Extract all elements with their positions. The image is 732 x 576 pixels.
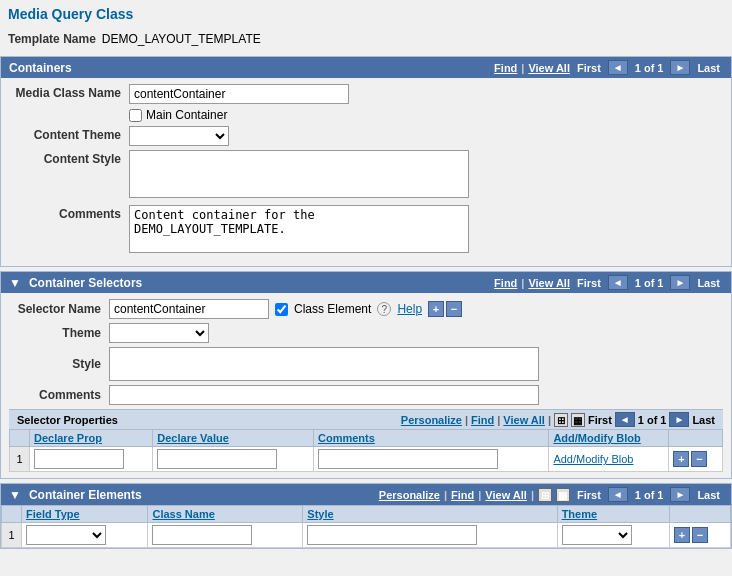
selector-theme-select[interactable] [109,323,209,343]
row-1-add-modify-link[interactable]: Add/Modify Blob [553,453,633,465]
selectors-sep1: | [521,277,524,289]
elem-row-1-style-input[interactable] [307,525,477,545]
sel-props-viewall-link[interactable]: View All [503,414,545,426]
selectors-prev-btn[interactable]: ◄ [608,275,628,290]
class-element-checkbox[interactable] [275,303,288,316]
row-1-declare-prop-input[interactable] [34,449,124,469]
content-theme-label: Content Theme [9,126,129,142]
elem-row-1-theme-select[interactable] [562,525,632,545]
sel-props-personalize-link[interactable]: Personalize [401,414,462,426]
elem-row-1-num: 1 [2,523,22,548]
elem-row-1-field-type [22,523,148,548]
row-1-declare-value-input[interactable] [157,449,277,469]
elem-row-1-field-type-select[interactable] [26,525,106,545]
help-link[interactable]: Help [397,302,422,316]
content-theme-select[interactable] [129,126,229,146]
elements-row-1: 1 [2,523,731,548]
sel-props-icon1[interactable]: ⊞ [554,413,568,427]
col-comments-header[interactable]: Comments [313,430,548,447]
elem-col-field-type[interactable]: Field Type [22,506,148,523]
elem-col-theme[interactable]: Theme [557,506,669,523]
selector-style-textarea[interactable] [109,347,539,381]
containers-prev-btn[interactable]: ◄ [608,60,628,75]
container-selectors-section: ▼ Container Selectors Find | View All Fi… [0,271,732,479]
container-selectors-header-right: Find | View All First ◄ 1 of 1 ► Last [494,275,723,290]
containers-find-link[interactable]: Find [494,62,517,74]
container-selectors-header-left: ▼ Container Selectors [9,276,142,290]
elements-prev-btn[interactable]: ◄ [608,487,628,502]
selector-properties-table: Declare Prop Declare Value Comments Add/… [9,429,723,472]
container-elements-nav: Personalize | Find | View All | ⊞ ▦ Firs… [379,487,723,502]
sel-props-prev-btn[interactable]: ◄ [615,412,635,427]
container-elements-body: Field Type Class Name Style Theme 1 [1,505,731,548]
selector-name-and-class: Class Element ? Help + − [109,299,462,319]
media-class-name-label: Media Class Name [9,84,129,100]
containers-next-btn[interactable]: ► [670,60,690,75]
row-1-comments-input[interactable] [318,449,498,469]
elements-find-link[interactable]: Find [451,489,474,501]
media-class-name-row: Media Class Name [9,84,723,104]
selectors-find-link[interactable]: Find [494,277,517,289]
elements-triangle-icon: ▼ [9,488,21,502]
selector-comments-label: Comments [9,388,109,402]
elem-row-1-class-name [148,523,303,548]
elem-col-num [2,506,22,523]
elem-col-class-name[interactable]: Class Name [148,506,303,523]
container-elements-section: ▼ Container Elements Personalize | Find … [0,483,732,549]
class-element-label: Class Element [294,302,371,316]
selectors-viewall-link[interactable]: View All [528,277,570,289]
selector-comments-input[interactable] [109,385,539,405]
selector-name-input[interactable] [109,299,269,319]
page-title: Media Query Class [0,0,732,28]
sel-props-pagination: 1 of 1 [638,414,667,426]
containers-first-label: First [577,62,601,74]
elem-col-style[interactable]: Style [303,506,557,523]
help-icon: ? [377,302,391,316]
row-1-declare-prop [30,447,153,472]
elem-row-1-add-btn[interactable]: + [674,527,690,543]
elements-icon1[interactable]: ⊞ [538,488,552,502]
selector-add-btn[interactable]: + [428,301,444,317]
containers-pagination: 1 of 1 [635,62,664,74]
selector-comments-row: Comments [9,385,723,405]
row-1-add-btn[interactable]: + [673,451,689,467]
row-1-add-modify-blob: Add/Modify Blob [549,447,669,472]
elem-col-actions [669,506,730,523]
containers-viewall-link[interactable]: View All [528,62,570,74]
selector-theme-label: Theme [9,326,109,340]
container-selectors-body: Selector Name Class Element ? Help + − T… [1,293,731,478]
elements-last: Last [697,489,720,501]
content-style-textarea[interactable] [129,150,469,198]
triangle-icon: ▼ [9,276,21,290]
elem-row-1-remove-btn[interactable]: − [692,527,708,543]
elements-viewall-link[interactable]: View All [485,489,527,501]
elements-personalize-link[interactable]: Personalize [379,489,440,501]
elements-pagination: 1 of 1 [635,489,664,501]
elements-first: First [577,489,601,501]
row-1-remove-btn[interactable]: − [691,451,707,467]
container-selectors-title: Container Selectors [29,276,142,290]
col-declare-value-header[interactable]: Declare Value [153,430,314,447]
containers-header-right: Find | View All First ◄ 1 of 1 ► Last [494,60,723,75]
containers-body: Media Class Name Main Container Content … [1,78,731,266]
template-name-label: Template Name [8,32,96,46]
containers-comments-textarea[interactable]: Content container for the DEMO_LAYOUT_TE… [129,205,469,253]
selectors-next-btn[interactable]: ► [670,275,690,290]
sel-props-icon2[interactable]: ▦ [571,413,585,427]
main-container-checkbox[interactable] [129,109,142,122]
elem-row-1-class-name-input[interactable] [152,525,252,545]
page-wrap: Media Query Class Template Name DEMO_LAY… [0,0,732,576]
elements-icon2[interactable]: ▦ [556,488,570,502]
selector-name-row: Selector Name Class Element ? Help + − [9,299,723,319]
row-1-comments [313,447,548,472]
selector-remove-btn[interactable]: − [446,301,462,317]
sel-props-next-btn[interactable]: ► [669,412,689,427]
col-add-modify-blob-header[interactable]: Add/Modify Blob [549,430,669,447]
row-1-declare-value [153,447,314,472]
media-class-name-input[interactable] [129,84,349,104]
sel-props-find-link[interactable]: Find [471,414,494,426]
containers-comments-control: Content container for the DEMO_LAYOUT_TE… [129,205,723,256]
col-declare-prop-header[interactable]: Declare Prop [30,430,153,447]
elements-next-btn[interactable]: ► [670,487,690,502]
containers-sep1: | [521,62,524,74]
